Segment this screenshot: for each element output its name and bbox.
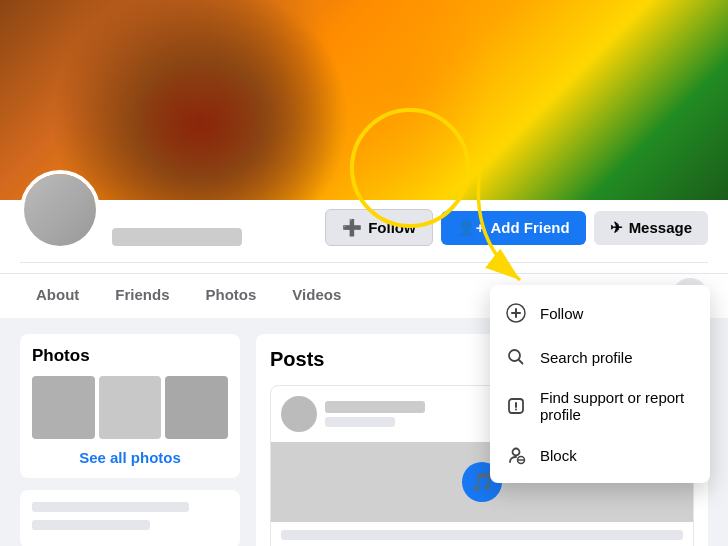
block-icon	[504, 443, 528, 467]
svg-point-4	[513, 449, 520, 456]
add-friend-icon: 👤+	[457, 219, 485, 237]
avatar	[20, 170, 100, 250]
dropdown-block-label: Block	[540, 447, 577, 464]
tab-videos[interactable]: Videos	[276, 274, 357, 318]
post-text	[271, 522, 693, 546]
dropdown-menu: Follow Search profile Find support or re…	[490, 285, 710, 483]
svg-point-3	[515, 409, 517, 411]
dropdown-search-label: Search profile	[540, 349, 633, 366]
post-avatar	[281, 396, 317, 432]
dropdown-item-follow[interactable]: Follow	[490, 291, 710, 335]
photos-section-title: Photos	[32, 346, 228, 366]
dropdown-item-report[interactable]: Find support or report profile	[490, 379, 710, 433]
svg-point-1	[509, 350, 520, 361]
post-text-line	[281, 530, 683, 540]
follow-dropdown-icon	[504, 301, 528, 325]
follow-button[interactable]: ➕ Follow	[325, 209, 433, 246]
tab-friends[interactable]: Friends	[99, 274, 185, 318]
profile-row: ➕ Follow 👤+ Add Friend ✈ Message	[20, 200, 708, 263]
profile-info	[112, 227, 325, 250]
add-friend-button[interactable]: 👤+ Add Friend	[441, 211, 586, 245]
message-button[interactable]: ✈ Message	[594, 211, 708, 245]
search-icon	[504, 345, 528, 369]
dropdown-item-block[interactable]: Block	[490, 433, 710, 477]
dropdown-item-search-profile[interactable]: Search profile	[490, 335, 710, 379]
report-icon	[504, 394, 528, 418]
tab-photos[interactable]: Photos	[190, 274, 273, 318]
profile-section: ➕ Follow 👤+ Add Friend ✈ Message	[0, 200, 728, 273]
photo-thumb[interactable]	[99, 376, 162, 439]
messenger-icon: ✈	[610, 219, 623, 237]
photo-thumb[interactable]	[165, 376, 228, 439]
profile-actions: ➕ Follow 👤+ Add Friend ✈ Message	[325, 209, 708, 250]
photos-section: Photos See all photos	[20, 334, 240, 478]
post-meta	[325, 417, 395, 427]
profile-name	[112, 228, 242, 246]
add-friend-label: Add Friend	[490, 219, 569, 236]
dropdown-follow-label: Follow	[540, 305, 583, 322]
dropdown-report-label: Find support or report profile	[540, 389, 696, 423]
photo-thumb[interactable]	[32, 376, 95, 439]
left-sidebar: Photos See all photos	[20, 334, 240, 546]
message-label: Message	[629, 219, 692, 236]
see-all-photos-link[interactable]: See all photos	[32, 449, 228, 466]
follow-button-label: Follow	[368, 219, 416, 236]
post-author-name	[325, 401, 425, 413]
follow-plus-icon: ➕	[342, 218, 362, 237]
cover-photo	[0, 0, 728, 200]
tab-about[interactable]: About	[20, 274, 95, 318]
photos-grid	[32, 376, 228, 439]
